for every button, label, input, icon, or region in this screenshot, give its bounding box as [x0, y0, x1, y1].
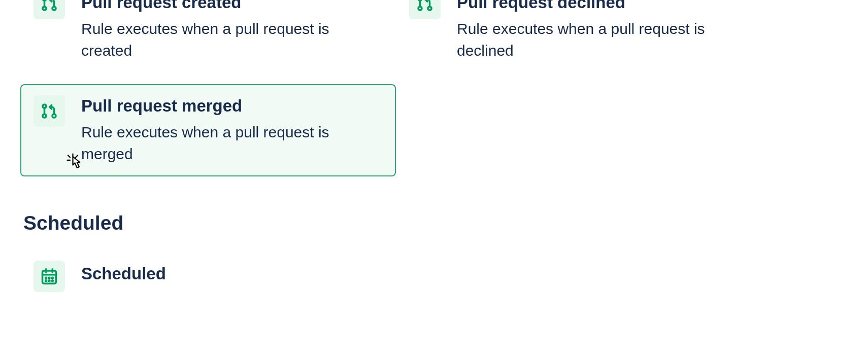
trigger-card-scheduled[interactable]: Scheduled: [20, 249, 396, 303]
svg-point-21: [52, 280, 53, 281]
trigger-title: Pull request declined: [457, 0, 758, 14]
trigger-title: Pull request merged: [81, 95, 383, 117]
trigger-card-pr-created[interactable]: Pull request created Rule executes when …: [20, 0, 396, 73]
svg-point-19: [46, 280, 47, 281]
section-heading-scheduled: Scheduled: [20, 212, 848, 234]
calendar-icon: [34, 261, 65, 292]
trigger-card-pr-merged[interactable]: Pull request merged Rule executes when a…: [20, 84, 396, 176]
trigger-desc: Rule executes when a pull request is mer…: [81, 121, 383, 165]
pull-request-icon: [34, 95, 65, 127]
svg-point-17: [49, 277, 50, 278]
svg-point-16: [46, 277, 47, 278]
trigger-desc: Rule executes when a pull request is dec…: [457, 18, 758, 62]
svg-point-20: [49, 280, 50, 281]
pull-request-icon: [34, 0, 65, 19]
trigger-card-pr-declined[interactable]: Pull request declined Rule executes when…: [396, 0, 772, 73]
trigger-title: Pull request created: [81, 0, 383, 14]
trigger-desc: Rule executes when a pull request is cre…: [81, 18, 383, 62]
trigger-title: Scheduled: [81, 263, 166, 285]
svg-point-18: [52, 277, 53, 278]
pull-request-icon: [409, 0, 441, 19]
